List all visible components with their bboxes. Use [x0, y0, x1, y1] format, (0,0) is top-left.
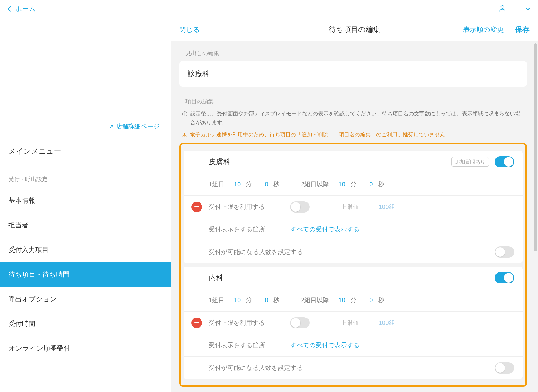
back-home-button[interactable]: ホーム — [8, 4, 36, 13]
capacity-label: 受付が可能になる人数を設定する — [209, 364, 495, 372]
close-button[interactable]: 閉じる — [179, 25, 200, 34]
limit-toggle[interactable] — [290, 201, 310, 213]
warning-icon: ⚠ — [182, 131, 187, 140]
g1-min-value[interactable]: 10 — [229, 297, 241, 304]
limit-toggle[interactable] — [290, 317, 310, 328]
external-link-icon: ↗ — [109, 123, 114, 130]
reorder-button[interactable]: 表示順の変更 — [463, 25, 504, 34]
g2-min-value[interactable]: 10 — [334, 297, 345, 304]
sidebar-item[interactable]: 担当者 — [0, 213, 171, 237]
display-where-label: 受付表示をする箇所 — [209, 225, 282, 234]
sidebar-item[interactable]: 受付入力項目 — [0, 237, 171, 262]
info-icon: ⓘ — [182, 110, 187, 127]
content-scroll[interactable]: 見出しの編集 診療科 項目の編集 ⓘ 設定後は、受付画面や外部ディスプレイモード… — [171, 41, 538, 392]
display-where-label: 受付表示をする箇所 — [209, 341, 282, 349]
item-name: 皮膚科 — [209, 157, 451, 167]
group2-label: 2組目以降 — [301, 296, 329, 304]
limit-label: 上限値 — [340, 319, 359, 327]
capacity-toggle[interactable] — [495, 246, 514, 258]
page-title: 待ち項目の編集 — [329, 25, 380, 34]
heading-edit-label: 見出しの編集 — [185, 50, 527, 57]
group1-label: 1組目 — [209, 180, 224, 188]
content-panel: 閉じる 待ち項目の編集 表示順の変更 保存 見出しの編集 診療科 項目の編集 ⓘ — [171, 18, 538, 392]
sidebar-item[interactable]: 待ち項目・待ち時間 — [0, 262, 171, 287]
save-button[interactable]: 保存 — [515, 25, 530, 34]
limit-use-label: 受付上限を利用する — [209, 319, 282, 327]
limit-use-label: 受付上限を利用する — [209, 203, 282, 211]
sidebar-main-menu[interactable]: メインメニュー — [0, 139, 171, 164]
limit-value[interactable]: 100組 — [379, 319, 395, 327]
items-highlight-box: 皮膚科追加質問あり1組目10分0秒2組目以降10分0秒受付上限を利用する上限値1… — [179, 143, 527, 387]
capacity-label: 受付が可能になる人数を設定する — [209, 248, 495, 256]
warning-note: ⚠ 電子カルテ連携を利用中のため、待ち項目の「追加・削除」「項目名の編集」のご利… — [182, 130, 524, 140]
wait-item-card: 皮膚科追加質問あり1組目10分0秒2組目以降10分0秒受付上限を利用する上限値1… — [184, 151, 523, 263]
g1-sec-value[interactable]: 0 — [257, 297, 268, 304]
topbar: ホーム — [0, 0, 538, 18]
wait-item-card: 内科1組目10分0秒2組目以降10分0秒受付上限を利用する上限値100組受付表示… — [184, 267, 523, 379]
sidebar: ↗ 店舗詳細ページ メインメニュー 受付・呼出設定 基本情報担当者受付入力項目待… — [0, 18, 171, 392]
home-label: ホーム — [15, 4, 36, 13]
sidebar-item[interactable]: 基本情報 — [0, 188, 171, 213]
info-note: ⓘ 設定後は、受付画面や外部ディスプレイモードなどの表示を確認してください。待ち… — [182, 109, 524, 127]
group1-label: 1組目 — [209, 296, 224, 304]
limit-value[interactable]: 100組 — [379, 203, 395, 211]
item-name: 内科 — [209, 273, 495, 283]
limit-label: 上限値 — [340, 203, 359, 211]
delete-button[interactable] — [191, 202, 202, 212]
time-row: 1組目10分0秒2組目以降10分0秒 — [209, 295, 384, 305]
sidebar-item[interactable]: オンライン順番受付 — [0, 336, 171, 361]
extra-question-badge: 追加質問あり — [451, 157, 489, 167]
display-where-value[interactable]: すべての受付で表示する — [290, 341, 360, 349]
g2-sec-value[interactable]: 0 — [362, 181, 373, 188]
store-detail-link[interactable]: ↗ 店舗詳細ページ — [109, 122, 160, 131]
svg-point-0 — [501, 6, 504, 9]
user-icon[interactable] — [498, 4, 507, 14]
g1-min-value[interactable]: 10 — [229, 181, 241, 188]
enable-toggle[interactable] — [495, 156, 514, 167]
scrollbar[interactable] — [534, 43, 537, 390]
chevron-down-icon[interactable] — [526, 6, 530, 11]
enable-toggle[interactable] — [495, 272, 514, 283]
content-header: 閉じる 待ち項目の編集 表示順の変更 保存 — [171, 18, 538, 41]
scrollbar-thumb[interactable] — [534, 43, 537, 251]
g2-min-value[interactable]: 10 — [334, 181, 345, 188]
items-edit-label: 項目の編集 — [185, 98, 527, 105]
store-link-label: 店舗詳細ページ — [116, 122, 160, 131]
sidebar-item[interactable]: 呼出オプション — [0, 287, 171, 311]
sidebar-section-label: 受付・呼出設定 — [0, 164, 171, 188]
display-where-value[interactable]: すべての受付で表示する — [290, 225, 360, 234]
time-row: 1組目10分0秒2組目以降10分0秒 — [209, 179, 384, 189]
delete-button[interactable] — [191, 318, 202, 328]
chevron-left-icon — [8, 6, 13, 12]
capacity-toggle[interactable] — [495, 362, 514, 374]
g1-sec-value[interactable]: 0 — [257, 181, 268, 188]
sidebar-item[interactable]: 受付時間 — [0, 311, 171, 336]
g2-sec-value[interactable]: 0 — [362, 297, 373, 304]
group2-label: 2組目以降 — [301, 180, 329, 188]
heading-input[interactable]: 診療科 — [179, 61, 527, 87]
